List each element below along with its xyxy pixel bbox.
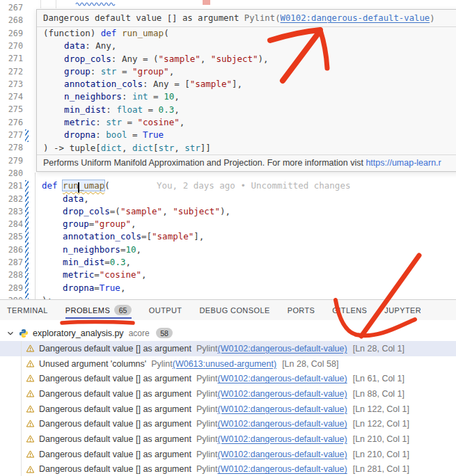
- code-token: [42, 269, 63, 280]
- code-token: ],: [194, 231, 204, 241]
- code-line-284[interactable]: group="group",: [42, 218, 136, 230]
- problem-row[interactable]: Dangerous default value [] as argumentPy…: [0, 416, 456, 431]
- code-line-289[interactable]: dropna=True,: [42, 282, 125, 294]
- diagnostic-code-link[interactable]: W0102:dangerous-default-value: [281, 13, 430, 23]
- code-token: ): [430, 13, 434, 23]
- code-line-283[interactable]: drop_cols=("sample", "subject"),: [42, 205, 230, 218]
- code-token: [116, 28, 122, 38]
- panel-tab-terminal[interactable]: TERMINAL: [7, 301, 48, 320]
- signature-line: dropna: bool = True: [43, 129, 456, 141]
- code-token: True: [143, 129, 164, 140]
- code-token: 10: [125, 244, 136, 255]
- problem-code-link[interactable]: (W0102:dangerous-default-value): [217, 464, 347, 474]
- problem-row[interactable]: Dangerous default value [] as argumentPy…: [0, 462, 456, 476]
- code-token: ,: [174, 104, 180, 115]
- editor-highlight-fragment: [203, 0, 210, 5]
- code-line-288[interactable]: metric="cosine",: [42, 269, 147, 281]
- problem-code-link[interactable]: (W0102:dangerous-default-value): [217, 374, 347, 383]
- code-token: dropna: [63, 283, 94, 293]
- problem-row[interactable]: Dangerous default value [] as argumentPy…: [0, 386, 456, 402]
- problem-code-link[interactable]: (W0102:dangerous-default-value): [217, 419, 347, 429]
- line-number: 282: [0, 193, 23, 205]
- panel-tab-jupyter[interactable]: JUPYTER: [384, 301, 421, 320]
- code-token: drop_cols: [63, 206, 110, 216]
- code-token: : Any = (: [111, 54, 159, 64]
- line-number: 268: [0, 14, 23, 26]
- code-line-282[interactable]: data,: [42, 193, 89, 205]
- editor-pane[interactable]: 2672682692702712722732742752762772782792…: [0, 0, 456, 299]
- problem-code-link[interactable]: (W0102:dangerous-default-value): [217, 389, 347, 399]
- tab-label: PROBLEMS: [65, 306, 110, 315]
- code-token: bool: [106, 129, 127, 140]
- git-modified-gutter-indicator: [25, 180, 29, 299]
- code-token: "group": [132, 66, 169, 77]
- code-token: :: [106, 104, 116, 115]
- problem-row[interactable]: Dangerous default value [] as argumentPy…: [0, 447, 456, 462]
- problem-location: [Ln 281, Col 1]: [353, 464, 409, 474]
- problem-row[interactable]: Dangerous default value [] as argumentPy…: [0, 402, 456, 417]
- code-token: =: [94, 269, 100, 280]
- problems-file-group[interactable]: exploratory_analysis.py acore 58: [0, 325, 456, 341]
- docs-link[interactable]: https://umap-learn.r: [365, 158, 441, 168]
- panel-tab-problems[interactable]: PROBLEMS65: [65, 301, 132, 320]
- code-token: n_neighbors: [64, 91, 122, 102]
- hover-signature: (function) def run_umap( data: Any, drop…: [37, 27, 456, 155]
- code-token: ),: [258, 54, 269, 64]
- signature-line: min_dist: float = 0.3,: [43, 104, 456, 116]
- chevron-down-icon[interactable]: [6, 328, 15, 338]
- code-token: dict: [101, 143, 122, 153]
- panel-tab-debug-console[interactable]: DEBUG CONSOLE: [199, 301, 269, 320]
- hover-diagnostic-message: Dangerous default value [] as argument P…: [37, 10, 456, 27]
- code-token: "group": [94, 219, 131, 229]
- signature-line: n_neighbors: int = 10,: [43, 90, 456, 103]
- file-path: acore: [129, 328, 150, 338]
- line-number: 278: [0, 141, 23, 154]
- problem-code-link[interactable]: (W0102:dangerous-default-value): [217, 404, 347, 414]
- code-line-281[interactable]: def run_umap(You, 2 days ago • Uncommitt…: [42, 180, 110, 192]
- code-token: :: [95, 129, 106, 140]
- code-token: [43, 117, 64, 127]
- problem-code-link[interactable]: (W0102:dangerous-default-value): [217, 434, 347, 444]
- problem-code-link[interactable]: (W0102:dangerous-default-value): [217, 344, 347, 354]
- warning-icon: [26, 359, 35, 368]
- panel-tab-output[interactable]: OUTPUT: [149, 301, 182, 320]
- code-token: metric: [64, 117, 95, 127]
- code-token: "subject": [211, 54, 258, 64]
- code-token: "cosine": [137, 117, 179, 127]
- code-token: ]]: [201, 143, 211, 153]
- code-line-285[interactable]: annotation_cols=["sample"],: [42, 230, 204, 243]
- vscode-window: 2672682692702712722732742752762772782792…: [0, 0, 456, 476]
- problem-message: Dangerous default value [] as argument: [39, 434, 191, 444]
- code-token: ) -> tuple[: [43, 143, 101, 153]
- code-token: "subject": [173, 206, 220, 216]
- code-token: [43, 129, 64, 140]
- code-token: group: [64, 66, 91, 77]
- tab-label: OUTPUT: [149, 306, 182, 315]
- line-number: 271: [0, 52, 23, 65]
- code-token: ,: [122, 143, 132, 153]
- code-token: ,: [141, 269, 147, 280]
- problem-message: Dangerous default value [] as argument: [39, 344, 191, 354]
- hover-docs-text: Performs Uniform Manifold Approximation …: [43, 158, 365, 168]
- problem-code-link[interactable]: (W0102:dangerous-default-value): [217, 450, 347, 459]
- problem-row[interactable]: Unused argument 'columns'Pylint(W0613:un…: [0, 356, 456, 372]
- warning-icon: [26, 434, 35, 443]
- panel-tab-ports[interactable]: PORTS: [288, 301, 315, 320]
- line-number: 276: [0, 116, 23, 129]
- problem-row[interactable]: Dangerous default value [] as argumentPy…: [0, 341, 456, 356]
- code-token: dict: [132, 143, 153, 153]
- problem-row[interactable]: Dangerous default value [] as argumentPy…: [0, 431, 456, 447]
- signature-line: annotation_cols: Any = ["sample"],: [43, 78, 456, 90]
- gitlens-blame: You, 2 days ago • Uncommitted changes: [157, 180, 350, 192]
- indent-guide: [56, 0, 56, 8]
- panel-tab-gitlens[interactable]: GITLENS: [332, 301, 367, 320]
- problem-message: Dangerous default value [] as argument: [39, 404, 191, 414]
- indent-guide: [35, 173, 36, 299]
- tree-indent-guide: [21, 341, 22, 476]
- code-token: [: [153, 143, 159, 153]
- code-line-287[interactable]: min_dist=0.3,: [42, 256, 131, 269]
- code-line-286[interactable]: n_neighbors=10,: [42, 244, 141, 256]
- code-token: :: [91, 66, 101, 77]
- problem-code-link[interactable]: (W0613:unused-argument): [173, 359, 276, 369]
- problem-row[interactable]: Dangerous default value [] as argumentPy…: [0, 371, 456, 386]
